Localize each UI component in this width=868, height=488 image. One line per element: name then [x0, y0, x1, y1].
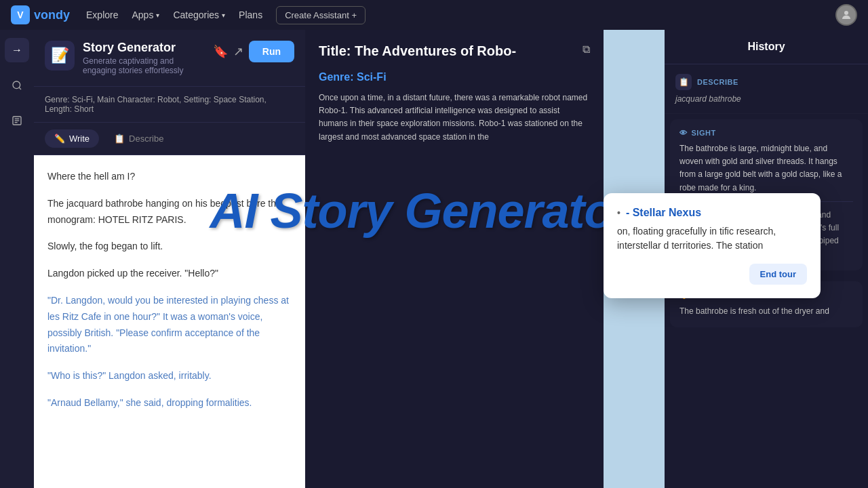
sidebar-arrow-icon[interactable]: → [5, 38, 29, 62]
output-title: Title: The Adventures of Robo- [319, 43, 516, 59]
paragraph-3: Slowly, the fog began to lift. [47, 239, 292, 255]
output-genre: Genre: Sci-Fi [319, 71, 590, 83]
copy-button[interactable]: ⧉ [583, 43, 590, 56]
nav-explore[interactable]: Explore [86, 9, 118, 20]
logo-text: vondy [34, 8, 70, 22]
story-content: Where the hell am I? The jacquard bathro… [34, 155, 305, 488]
describe-history-icon: 📋 [675, 74, 692, 90]
svg-line-2 [19, 87, 21, 89]
paragraph-5: "Dr. Langdon, would you be interested in… [47, 293, 292, 357]
nav-categories[interactable]: Categories ▾ [173, 9, 225, 20]
tour-popup: • - Stellar Nexus on, floating gracefull… [604, 193, 821, 298]
apps-chevron-icon: ▾ [156, 12, 159, 19]
sight-title: 👁 SIGHT [679, 129, 853, 137]
sight-body: The bathrobe is large, midnight blue, an… [679, 142, 853, 195]
history-header: History [665, 30, 868, 64]
history-describe-item: 📋 DESCRIBE jacquard bathrobe [665, 64, 868, 114]
create-assistant-button[interactable]: Create Assistant + [276, 6, 366, 24]
nav-plans[interactable]: Plans [239, 9, 262, 20]
categories-chevron-icon: ▾ [222, 12, 225, 19]
story-text: Where the hell am I? The jacquard bathro… [47, 169, 292, 411]
paragraph-4: Langdon picked up the receiver. "Hello?" [47, 266, 292, 282]
story-actions: 🔖 ↗ Run [213, 41, 294, 62]
svg-point-0 [844, 11, 848, 15]
avatar[interactable] [835, 4, 857, 26]
run-button[interactable]: Run [249, 41, 294, 62]
nav-links: Explore Apps ▾ Categories ▾ Plans Create… [86, 6, 819, 24]
top-navigation: V vondy Explore Apps ▾ Categories ▾ Plan… [0, 0, 868, 30]
paragraph-6: "Who is this?" Langdon asked, irritably. [47, 368, 292, 384]
paragraph-7: "Arnaud Bellamy," she said, dropping for… [47, 395, 292, 411]
paragraph-1: Where the hell am I? [47, 169, 292, 185]
output-panel: Title: The Adventures of Robo- ⧉ Genre: … [305, 30, 604, 488]
tour-body: on, floating gracefully in tific researc… [617, 224, 807, 253]
bookmark-button[interactable]: 🔖 [213, 44, 228, 59]
describe-tab[interactable]: 📋 Describe [104, 129, 173, 148]
sidebar-search-icon[interactable] [5, 73, 29, 98]
logo-icon: V [11, 5, 30, 24]
tour-title: • - Stellar Nexus [617, 207, 807, 219]
story-header: 📝 Story Generator Generate captivating a… [34, 30, 305, 87]
svg-point-1 [13, 81, 20, 89]
describe-icon: 📋 [114, 134, 125, 144]
output-header: Title: The Adventures of Robo- ⧉ [319, 43, 590, 63]
write-describe-tabs: ✏️ Write 📋 Describe [34, 123, 305, 155]
share-button[interactable]: ↗ [233, 44, 243, 59]
write-icon: ✏️ [54, 134, 65, 144]
story-title-area: Story Generator Generate captivating and… [83, 41, 205, 75]
smell-body: The bathrobe is fresh out of the dryer a… [679, 305, 853, 318]
story-title: Story Generator [83, 41, 205, 55]
history-item-header: 📋 DESCRIBE [675, 74, 857, 90]
sidebar-document-icon[interactable] [5, 108, 29, 133]
paragraph-2: The jacquard bathrobe hanging on his bed… [47, 196, 292, 228]
story-subtitle: Generate captivating and engaging storie… [83, 56, 205, 75]
describe-label: DESCRIBE [697, 78, 738, 86]
output-content: Title: The Adventures of Robo- ⧉ Genre: … [305, 30, 604, 157]
describe-value: jacquard bathrobe [675, 94, 857, 104]
output-body: Once upon a time, in a distant future, t… [319, 92, 590, 144]
end-tour-button[interactable]: End tour [749, 264, 807, 285]
story-icon: 📝 [45, 41, 75, 70]
story-generator-panel: 📝 Story Generator Generate captivating a… [34, 30, 305, 488]
logo[interactable]: V vondy [11, 5, 70, 24]
story-params: Genre: Sci-Fi, Main Character: Robot, Se… [34, 87, 305, 123]
nav-apps[interactable]: Apps ▾ [132, 9, 159, 20]
left-sidebar: → [0, 30, 34, 488]
write-tab[interactable]: ✏️ Write [45, 129, 99, 148]
sight-icon: 👁 [679, 129, 688, 137]
